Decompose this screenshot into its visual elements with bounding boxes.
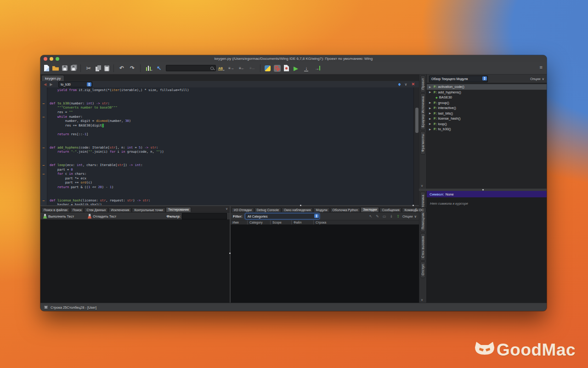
expand-arrow-icon[interactable]: ▶ (429, 107, 434, 109)
module-tree-item[interactable]: ▶F:last_bits() (427, 111, 547, 116)
expand-arrow-icon[interactable]: ▶ (429, 128, 434, 131)
history-forward-icon[interactable]: ▶ (50, 82, 52, 86)
io-tab-0[interactable]: I/O Отладки (232, 207, 254, 212)
module-tree-item[interactable]: ▶F:loop() (427, 121, 547, 127)
browser-mode-dropdown[interactable]: Обзор Текущего Модуля (429, 75, 488, 82)
debug-file-icon[interactable] (284, 65, 289, 71)
fold-marker-icon[interactable]: − (40, 102, 47, 106)
fold-marker-icon[interactable]: − (40, 115, 47, 120)
tools-tab-2[interactable]: Стек Данных (84, 207, 108, 212)
testing-tabs-chevron-icon[interactable]: ∨ (226, 207, 228, 211)
io-tab-4[interactable]: Оболочка Python (330, 207, 361, 212)
io-tab-2[interactable]: Окно наблюдения (282, 207, 313, 212)
fold-marker-icon[interactable]: − (40, 146, 47, 150)
open-file-icon[interactable] (52, 66, 59, 71)
module-tree-item[interactable]: ▶F:to_b30() (427, 126, 547, 132)
testing-results-area[interactable] (40, 219, 230, 303)
module-tree-item[interactable]: ▶F:license_hash() (427, 116, 547, 121)
symbol-dropdown[interactable]: to_b30 (58, 81, 92, 87)
new-file-icon[interactable] (44, 65, 49, 71)
undo-icon[interactable]: ↶ (118, 64, 125, 72)
io-tab-1[interactable]: Debug Console (254, 207, 281, 212)
browse-vtab-0[interactable]: Проект (420, 75, 425, 92)
debug-options-icon[interactable] (274, 65, 281, 72)
debug-to-cursor-icon[interactable]: ↓ (303, 64, 310, 72)
assist-vtab-2[interactable]: Отступ (420, 261, 425, 278)
bookmarks-list-area[interactable] (231, 224, 419, 303)
run-test-button[interactable]: Выполнить Тест (43, 214, 74, 218)
code-lines[interactable]: yield from it.zip_longest(*(iter(iterabl… (47, 87, 413, 205)
expand-arrow-icon[interactable]: ▶ (429, 101, 434, 104)
minimize-window-button[interactable] (50, 57, 53, 61)
goto-bookmark-icon[interactable]: ↖ (369, 214, 373, 218)
browse-vtab-2[interactable]: Фрагменты (420, 131, 425, 155)
toolbar-menu-icon[interactable]: ≡ (540, 64, 543, 70)
expand-arrow-icon[interactable]: ▶ (429, 91, 434, 93)
expand-arrow-icon[interactable]: ▶ (429, 112, 434, 115)
paste-icon[interactable] (104, 65, 109, 71)
io-tab-5[interactable]: Закладки (361, 207, 379, 212)
tools-tab-4[interactable]: Контрольные точки (132, 207, 165, 212)
python-shell-icon[interactable] (265, 65, 271, 71)
io-tab-6[interactable]: Сообщения (379, 207, 401, 212)
profiler-icon[interactable] (145, 64, 152, 72)
tools-tab-3[interactable]: Исключения (108, 207, 131, 212)
replace-icon[interactable]: AB (217, 64, 224, 72)
save-icon[interactable] (62, 65, 68, 71)
io-tab-7[interactable]: Команды ОС (402, 207, 426, 212)
pushpin-icon[interactable] (398, 82, 401, 86)
import-bookmarks-icon[interactable]: ⇓ (390, 214, 393, 218)
module-tree-item[interactable]: ◆BASE30 (427, 95, 547, 100)
goodmac-logo-text: GoodMac (497, 340, 576, 360)
splitter-handle[interactable] (229, 253, 231, 254)
module-tree-item[interactable]: ▶F:activation_code() (427, 84, 547, 90)
zoom-window-button[interactable] (56, 57, 59, 61)
splitter-handle[interactable] (413, 205, 414, 206)
file-tab-keygen[interactable]: keygen.py (41, 75, 64, 81)
category-filter-dropdown[interactable]: All Categories (245, 213, 320, 219)
export-bookmarks-icon[interactable]: ⇧ (396, 214, 400, 218)
assist-vtab-1[interactable]: Стек вызовов (420, 233, 425, 261)
step-into-icon[interactable]: → (313, 64, 321, 72)
code-editor[interactable]: −−−−−− yield from it.zip_longest(*(iter(… (40, 87, 413, 205)
save-all-icon[interactable] (71, 65, 76, 71)
delete-bookmark-icon[interactable]: ▭ (383, 214, 386, 218)
indent-right-icon[interactable]: ≡→ (227, 64, 235, 72)
io-tab-3[interactable]: Модули (313, 207, 329, 212)
splitter-handle[interactable] (300, 205, 301, 206)
module-browser-options[interactable]: Опции ∨ (530, 77, 544, 81)
tools-tab-5[interactable]: Тестирование (166, 207, 191, 212)
close-window-button[interactable] (44, 57, 47, 61)
copy-icon[interactable] (96, 65, 101, 71)
cut-icon[interactable]: ✂ (85, 64, 92, 72)
toolbar-search-input[interactable] (166, 65, 216, 71)
splitter-handle[interactable] (482, 189, 484, 190)
fold-marker-icon[interactable]: − (40, 172, 47, 177)
indent-left-icon[interactable]: ≡← (238, 64, 245, 72)
module-tree-item[interactable]: ▶F:interactive() (427, 105, 547, 111)
expand-arrow-icon[interactable]: ▶ (429, 86, 434, 88)
fold-marker-icon[interactable]: − (40, 199, 47, 203)
module-tree-item[interactable]: ▶F:group() (427, 100, 547, 106)
editor-collapse-icon[interactable]: ∨ (405, 82, 407, 86)
run-icon[interactable]: ▶ (292, 64, 300, 72)
editor-scrollbar-thumb[interactable] (415, 108, 418, 133)
tools-tab-0[interactable]: Поиск в файлах (41, 207, 70, 212)
debug-test-button[interactable]: Отладить Тест (88, 214, 116, 218)
indent-match-icon[interactable]: ≡↔ (249, 64, 256, 72)
browse-vtab-1[interactable]: Браузер Источника (420, 93, 425, 130)
bookmarks-tabs-chevron-icon[interactable]: ∨ (415, 207, 417, 211)
expand-arrow-icon[interactable]: ▶ (429, 117, 434, 120)
tools-tab-1[interactable]: Поиск (70, 207, 84, 212)
redo-icon[interactable]: ↷ (129, 64, 136, 72)
test-filter-input[interactable] (182, 213, 227, 219)
module-tree-item[interactable]: ▶F:add_hyphens() (427, 90, 547, 95)
editor-close-icon[interactable]: ✕ (411, 82, 415, 86)
fold-marker-icon[interactable]: − (40, 163, 47, 168)
expand-arrow-icon[interactable]: ▶ (429, 122, 434, 125)
bookmarks-options[interactable]: Опции ∨ (402, 214, 417, 218)
goto-selection-icon[interactable]: ↖ (155, 64, 163, 72)
edit-bookmark-icon[interactable]: ✎ (376, 214, 379, 218)
bug-icon[interactable] (44, 305, 48, 309)
history-back-icon[interactable]: ◀ (44, 82, 46, 86)
